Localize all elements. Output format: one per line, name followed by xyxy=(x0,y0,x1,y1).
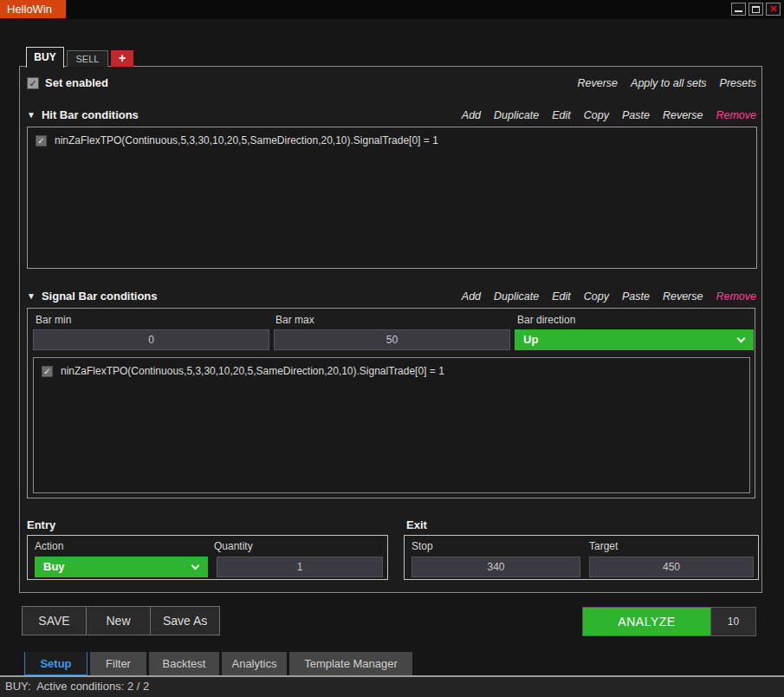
apply-to-all-sets-link[interactable]: Apply to all sets xyxy=(631,77,707,89)
hit-copy-link[interactable]: Copy xyxy=(584,109,609,121)
signal-copy-link[interactable]: Copy xyxy=(584,290,609,303)
action-select[interactable]: Buy xyxy=(35,557,208,577)
hit-add-link[interactable]: Add xyxy=(462,109,481,121)
hit-bar-condition-text: ninZaFlexTPO(Continuous,5,3,30,10,20,5,S… xyxy=(55,134,438,147)
collapse-icon[interactable]: ▼ xyxy=(27,291,36,301)
collapse-icon[interactable]: ▼ xyxy=(27,110,36,120)
signal-duplicate-link[interactable]: Duplicate xyxy=(494,290,539,303)
save-button[interactable]: SAVE xyxy=(23,607,87,635)
bar-max-label: Bar max xyxy=(275,314,314,326)
bar-direction-value: Up xyxy=(523,333,538,346)
window-title: HelloWin xyxy=(0,0,66,18)
save-as-button[interactable]: Save As xyxy=(151,607,219,635)
action-value: Buy xyxy=(43,560,65,573)
tab-analytics[interactable]: Analytics xyxy=(222,652,287,675)
app-window: HelloWin ✕ BUY SELL + ✓ Set enabled Reve… xyxy=(0,0,784,697)
add-set-button[interactable]: + xyxy=(111,50,133,67)
presets-link[interactable]: Presets xyxy=(720,77,756,89)
chevron-down-icon xyxy=(191,562,200,570)
hit-edit-link[interactable]: Edit xyxy=(552,109,571,121)
tab-backtest[interactable]: Backtest xyxy=(149,652,219,675)
analyze-group: ANALYZE 10 xyxy=(582,607,756,636)
bar-min-label: Bar min xyxy=(36,314,71,326)
signal-paste-link[interactable]: Paste xyxy=(622,290,650,303)
bar-direction-label: Bar direction xyxy=(517,314,575,326)
bar-direction-select[interactable]: Up xyxy=(515,329,754,350)
signal-remove-link[interactable]: Remove xyxy=(716,290,756,303)
hit-bar-condition-list: ✓ ninZaFlexTPO(Continuous,5,3,30,10,20,5… xyxy=(27,127,757,269)
hit-bar-actions: Add Duplicate Edit Copy Paste Reverse Re… xyxy=(449,109,756,121)
chevron-down-icon xyxy=(737,335,746,343)
hit-bar-title: Hit Bar conditions xyxy=(42,108,139,121)
signal-bar-title: Signal Bar conditions xyxy=(42,290,158,303)
tab-setup[interactable]: Setup xyxy=(24,652,87,675)
window-controls: ✕ xyxy=(731,3,781,16)
tab-filter[interactable]: Filter xyxy=(90,652,146,675)
stop-input[interactable]: 340 xyxy=(411,557,580,577)
set-actions: Reverse Apply to all sets Presets xyxy=(565,77,756,89)
analyze-param-input[interactable]: 10 xyxy=(710,608,755,635)
status-bar: BUY: Active conditions: 2 / 2 xyxy=(0,675,784,697)
quantity-label: Quantity xyxy=(214,540,253,552)
set-enabled-row: ✓ Set enabled xyxy=(27,76,108,89)
condition-checkbox[interactable]: ✓ xyxy=(42,366,53,377)
minimize-button[interactable] xyxy=(731,3,746,16)
new-button[interactable]: New xyxy=(87,607,151,635)
signal-bar-condition-text: ninZaFlexTPO(Continuous,5,3,30,10,20,5,S… xyxy=(61,365,444,377)
hit-duplicate-link[interactable]: Duplicate xyxy=(494,109,539,121)
close-button[interactable]: ✕ xyxy=(766,3,781,16)
signal-bar-condition-row[interactable]: ✓ ninZaFlexTPO(Continuous,5,3,30,10,20,5… xyxy=(34,358,749,377)
signal-bar-header: ▼ Signal Bar conditions xyxy=(27,290,158,303)
hit-paste-link[interactable]: Paste xyxy=(622,109,650,121)
signal-bar-actions: Add Duplicate Edit Copy Paste Reverse Re… xyxy=(449,290,756,303)
analyze-button[interactable]: ANALYZE xyxy=(583,608,710,635)
signal-bar-box: Bar min Bar max Bar direction 0 50 Up ✓ … xyxy=(27,308,755,498)
save-button-group: SAVE New Save As xyxy=(22,606,220,635)
target-input[interactable]: 450 xyxy=(589,557,754,577)
entry-box: Action Quantity Buy 1 xyxy=(27,535,388,580)
maximize-button[interactable] xyxy=(748,3,763,16)
exit-box: Stop Target 340 450 xyxy=(404,535,759,580)
minimize-icon xyxy=(735,10,742,12)
tab-buy[interactable]: BUY xyxy=(26,47,64,68)
signal-edit-link[interactable]: Edit xyxy=(552,290,571,303)
stop-label: Stop xyxy=(411,540,433,552)
condition-checkbox[interactable]: ✓ xyxy=(36,135,47,147)
target-label: Target xyxy=(589,540,618,552)
exit-title: Exit xyxy=(406,518,427,531)
entry-title: Entry xyxy=(27,518,55,531)
set-enabled-label: Set enabled xyxy=(45,76,108,89)
tab-sell[interactable]: SELL xyxy=(67,50,108,67)
hit-remove-link[interactable]: Remove xyxy=(716,109,756,121)
set-reverse-link[interactable]: Reverse xyxy=(578,77,619,89)
maximize-icon xyxy=(752,6,760,13)
signal-reverse-link[interactable]: Reverse xyxy=(663,290,703,303)
hit-bar-header: ▼ Hit Bar conditions xyxy=(27,108,139,121)
close-icon: ✕ xyxy=(769,3,777,15)
bar-max-input[interactable]: 50 xyxy=(274,329,510,350)
bar-min-input[interactable]: 0 xyxy=(33,329,269,350)
hit-reverse-link[interactable]: Reverse xyxy=(663,109,703,121)
hit-bar-condition-row[interactable]: ✓ ninZaFlexTPO(Continuous,5,3,30,10,20,5… xyxy=(28,127,756,147)
quantity-input[interactable]: 1 xyxy=(217,557,383,577)
set-panel: ✓ Set enabled Reverse Apply to all sets … xyxy=(19,66,762,593)
tab-template-manager[interactable]: Template Manager xyxy=(289,652,412,675)
set-enabled-checkbox[interactable]: ✓ xyxy=(27,77,39,89)
action-label: Action xyxy=(35,540,63,552)
titlebar: HelloWin ✕ xyxy=(0,0,784,19)
signal-bar-condition-list: ✓ ninZaFlexTPO(Continuous,5,3,30,10,20,5… xyxy=(33,357,750,493)
signal-add-link[interactable]: Add xyxy=(462,290,481,303)
